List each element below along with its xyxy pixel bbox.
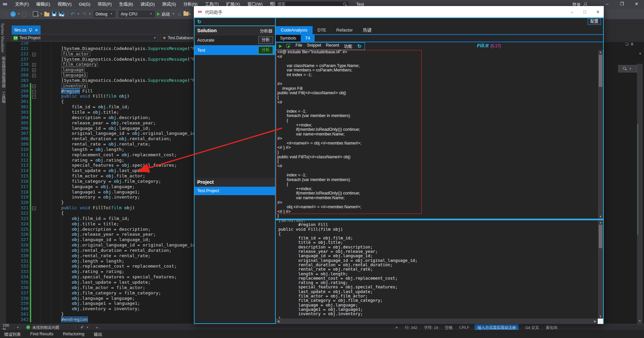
t4-toolbar-Recent[interactable]: Recent: [326, 43, 339, 49]
line-number: 329: [6, 248, 29, 253]
fold-marker[interactable]: −: [31, 94, 37, 99]
status-spaces[interactable]: 空格: [445, 325, 452, 330]
t4-refresh-icon[interactable]: ↻: [357, 43, 362, 49]
code-text: obj.language_id = language_id;: [37, 237, 151, 242]
line-number: 313: [6, 163, 29, 168]
plugin-tabs: CodeAnalysisDTERefactor热键: [276, 26, 603, 35]
menu-item-测试(S)[interactable]: 测试(S): [158, 0, 180, 9]
zoom-dropdown[interactable]: 100 %▼: [0, 324, 20, 330]
menu-item-编辑(E)[interactable]: 编辑(E): [33, 0, 54, 9]
pin-icon[interactable]: [29, 28, 32, 32]
navigate-forward-button[interactable]: →: [21, 10, 28, 18]
search-dropdown-icon[interactable]: ▼: [629, 67, 632, 70]
t4-toolbar-功能[interactable]: 功能: [344, 43, 352, 49]
scroll-up-indicator[interactable]: ▼: [639, 52, 642, 55]
redo-button[interactable]: ↷: [81, 10, 88, 18]
new-dropdown-icon[interactable]: ▼: [40, 12, 43, 15]
solution-row-Accurate[interactable]: Accurate分析: [195, 35, 275, 45]
fold-marker[interactable]: −: [31, 205, 37, 211]
redo-dropdown-icon[interactable]: ▼: [89, 12, 91, 15]
tab-热键[interactable]: 热键: [358, 26, 377, 34]
output-line: release_year = obj.release_year;: [278, 249, 598, 254]
sidetab-server-explorer[interactable]: 服务器资源管理器: [1, 57, 6, 88]
navigate-back-button[interactable]: ←: [10, 10, 16, 18]
panel-tab-输出[interactable]: 输出: [94, 331, 102, 337]
subtab-T4[interactable]: T4: [301, 35, 315, 42]
overlay-close-button[interactable]: ✕: [596, 9, 600, 14]
output-hscrollbar[interactable]: ◀▶: [276, 319, 603, 324]
panel-tab-Find Results[interactable]: Find Results: [30, 332, 53, 336]
platform-dropdown[interactable]: Any CPU▼: [118, 10, 155, 18]
status-extra[interactable]: 美化间: [546, 325, 557, 330]
file-tab-film-cs[interactable]: film.cs ✕: [12, 25, 41, 35]
t4-line: index = -1;: [277, 173, 598, 178]
fold-marker: [31, 248, 37, 253]
subtab-Symbols[interactable]: Symbols: [276, 35, 301, 42]
fold-marker[interactable]: −: [31, 89, 37, 94]
project-row-test-project[interactable]: Test.Project: [195, 187, 275, 195]
editor-scrollbar[interactable]: ▼: [637, 64, 643, 324]
overlay-maximize-button[interactable]: □: [583, 9, 586, 14]
tab-close-icon[interactable]: ✕: [35, 28, 38, 33]
undo-button[interactable]: ↶: [69, 10, 76, 18]
toolbar-grip[interactable]: ⋮⋮: [2, 12, 8, 16]
menu-item-文件(F)[interactable]: 文件(F): [11, 0, 33, 9]
sidetab-toolbox[interactable]: 工具箱: [1, 92, 6, 103]
breadcrumb-dropdown-icon[interactable]: ▼: [153, 36, 156, 40]
undo-dropdown-icon[interactable]: ▼: [77, 12, 80, 15]
analyze-button[interactable]: 分析: [258, 36, 273, 44]
fold-marker[interactable]: +: [31, 72, 37, 78]
fold-marker[interactable]: +: [31, 51, 37, 57]
close-button[interactable]: ✕: [629, 0, 644, 9]
overlay-minimize-button[interactable]: –: [571, 9, 573, 14]
scroll-down-icon[interactable]: ▼: [638, 319, 641, 323]
breadcrumb-project[interactable]: C# Test.Project ▼: [12, 35, 158, 41]
save-all-button[interactable]: [58, 10, 65, 18]
status-plugin-badge[interactable]: 插入方式类实现自注册: [475, 324, 519, 330]
fold-marker[interactable]: +: [31, 67, 37, 72]
save-button[interactable]: [51, 10, 58, 18]
overlay-titlebar[interactable]: ∞ 代码助手 – □ ✕: [194, 6, 604, 17]
fold-marker[interactable]: +: [31, 62, 37, 67]
panel-tab-错误列表[interactable]: 错误列表: [4, 331, 21, 337]
output-line: #region Fill: [278, 223, 598, 227]
menu-item-调试(D)[interactable]: 调试(D): [137, 0, 158, 9]
line-number: 318: [6, 189, 29, 195]
menu-item-视图(V)[interactable]: 视图(V): [54, 0, 75, 9]
editor-search-adornment[interactable]: ▼: [618, 65, 637, 72]
menu-item-项目(P)[interactable]: 项目(P): [94, 0, 115, 9]
refresh-icon[interactable]: ↻: [197, 19, 202, 25]
t4-toolbar-File[interactable]: File: [296, 43, 302, 49]
panel-tab-Refactoring[interactable]: Refactoring: [63, 332, 85, 336]
fold-marker[interactable]: +: [31, 83, 37, 89]
code-cleanup-button[interactable]: ✐ ▼ ◂: [80, 324, 98, 330]
tab-CodeAnalysis[interactable]: CodeAnalysis: [276, 26, 313, 34]
code-text: public void Fill(film obj): [37, 94, 129, 99]
tab-Refactor[interactable]: Refactor: [331, 26, 358, 34]
find-in-files-button[interactable]: [183, 10, 191, 18]
menu-item-Git(G)[interactable]: Git(G): [75, 0, 94, 9]
solution-row-Test[interactable]: Test分析: [195, 45, 275, 55]
analyze-button[interactable]: 分析: [258, 46, 273, 54]
new-project-button[interactable]: [32, 10, 39, 18]
t4-line: {: [277, 118, 598, 123]
open-folder-button[interactable]: [44, 10, 50, 18]
hot-reload-icon[interactable]: ♨: [176, 10, 183, 18]
t4-template-editor[interactable]: <#@ include file="Include\base.t4" #><# …: [276, 50, 598, 219]
run-icon[interactable]: [279, 45, 282, 48]
t4-output-pane[interactable]: [18:01:16]: #region Fillpublic void Fill…: [276, 220, 598, 319]
output-scrollbar[interactable]: ▲ ▼: [598, 220, 603, 319]
start-debug-button[interactable]: 启动▼: [157, 10, 175, 18]
t4-toolbar-Snippet[interactable]: Snippet: [307, 43, 321, 49]
back-dropdown-icon[interactable]: ▼: [17, 12, 20, 15]
sidetab-syntax-visualizer[interactable]: Syntax Visualizer: [1, 23, 5, 53]
status-git[interactable]: Git 交叉: [525, 325, 539, 330]
menu-item-生成(B)[interactable]: 生成(B): [115, 0, 137, 9]
status-eol[interactable]: CRLF: [459, 325, 469, 329]
tab-DTE[interactable]: DTE: [313, 26, 331, 34]
restore-button[interactable]: ❐: [614, 0, 629, 9]
run-all-icon[interactable]: [286, 44, 291, 48]
t4-scrollbar[interactable]: ▲ ▼: [598, 50, 603, 219]
configuration-dropdown[interactable]: Debug▼: [93, 10, 116, 18]
config-button[interactable]: 配置: [588, 18, 601, 25]
